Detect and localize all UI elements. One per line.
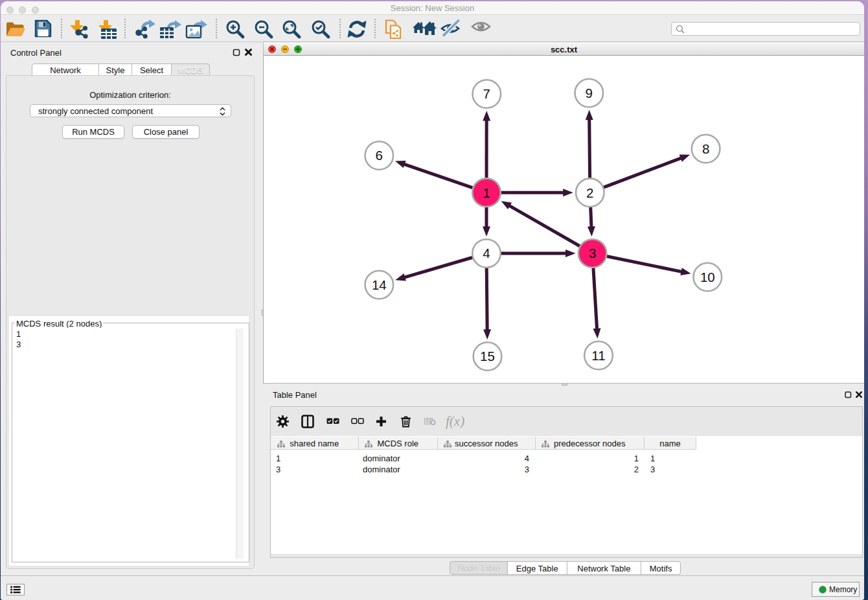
svg-text:3: 3 <box>589 246 596 260</box>
svg-text:7: 7 <box>483 86 490 101</box>
svg-text:11: 11 <box>591 348 605 363</box>
svg-text:14: 14 <box>372 277 387 292</box>
svg-text:6: 6 <box>376 148 383 163</box>
svg-text:15: 15 <box>480 349 495 363</box>
svg-text:8: 8 <box>702 141 709 156</box>
svg-text:9: 9 <box>586 86 593 100</box>
svg-text:4: 4 <box>483 246 490 260</box>
svg-text:2: 2 <box>586 185 593 200</box>
svg-text:10: 10 <box>700 270 715 284</box>
svg-text:1: 1 <box>483 185 490 200</box>
